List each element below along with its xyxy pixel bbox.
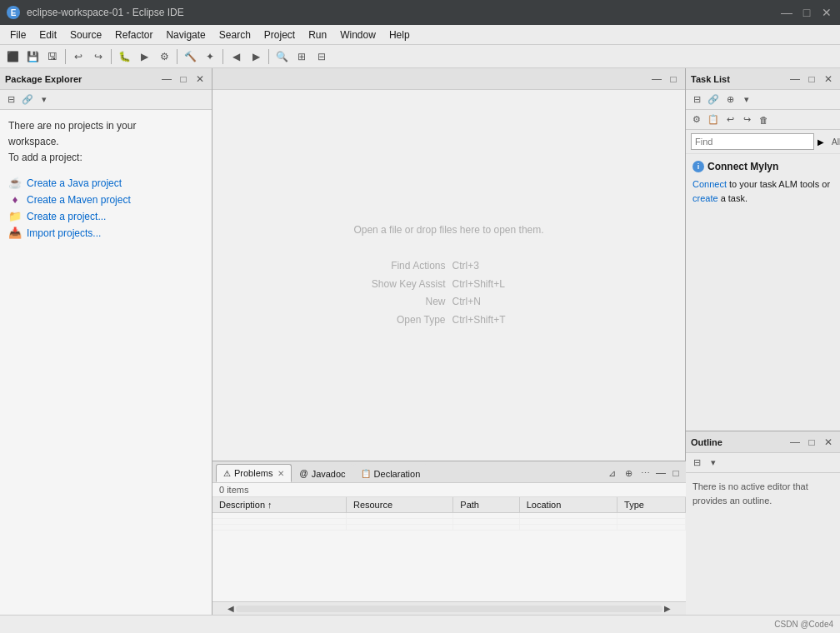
outline-toolbar-btn1[interactable]: ⊟	[689, 456, 704, 471]
hint-show-key-assist: Show Key Assist Ctrl+Shift+L	[332, 276, 566, 294]
outline-minimize[interactable]: —	[788, 436, 802, 449]
toolbar-new-btn[interactable]: ⬛	[3, 47, 22, 66]
problems-data-table: Description ↑ Resource Path Location Typ…	[212, 497, 686, 531]
package-explorer-minimize[interactable]: —	[160, 72, 173, 86]
bottom-tab-bar: ⚠ Problems ✕ @ Javadoc 📋 Declaration ⊿ ⊕…	[212, 461, 686, 483]
task-list-toolbar2: ⚙ 📋 ↩ ↪ 🗑	[686, 110, 840, 130]
toolbar-debug-btn[interactable]: 🐛	[115, 47, 133, 66]
close-button[interactable]: ✕	[820, 6, 833, 19]
filter-btn[interactable]: ⊿	[604, 466, 619, 481]
package-explorer-title: Package Explorer	[5, 74, 157, 84]
tab-declaration[interactable]: 📋 Declaration	[353, 464, 428, 482]
bottom-maximize[interactable]: □	[669, 466, 682, 480]
collapse-all-btn[interactable]: ⊟	[3, 92, 18, 107]
toolbar-undo-btn[interactable]: ↩	[69, 47, 88, 66]
task-list-close[interactable]: ✕	[822, 72, 835, 86]
toolbar-persp-btn[interactable]: ⊞	[292, 47, 311, 66]
create-project-link[interactable]: 📁 Create a project...	[8, 208, 203, 225]
col-path[interactable]: Path	[453, 497, 519, 513]
hint-open-type: Open Type Ctrl+Shift+T	[332, 312, 566, 330]
toolbar-save-btn[interactable]: 💾	[23, 47, 42, 66]
menu-help[interactable]: Help	[382, 27, 417, 42]
expand-all-btn[interactable]: ⊕	[621, 466, 636, 481]
toolbar-next-btn[interactable]: ▶	[247, 47, 265, 66]
menu-run[interactable]: Run	[302, 27, 333, 42]
editor-minimize[interactable]: —	[650, 72, 663, 86]
problems-tab-close[interactable]: ✕	[278, 469, 284, 478]
scrollbar-track[interactable]	[236, 606, 662, 612]
col-description[interactable]: Description ↑	[212, 497, 346, 513]
menu-project[interactable]: Project	[258, 27, 302, 42]
toolbar-prev-btn[interactable]: ◀	[227, 47, 245, 66]
outline-maximize[interactable]: □	[805, 436, 818, 449]
menu-refactor[interactable]: Refactor	[108, 27, 159, 42]
package-explorer-content: There are no projects in your workspace.…	[0, 110, 212, 615]
problems-status: 0 items	[212, 483, 686, 497]
import-projects-label: Import projects...	[27, 227, 101, 239]
outline-close[interactable]: ✕	[822, 436, 835, 449]
problems-rows	[212, 513, 686, 531]
task-toolbar-b2[interactable]: 📋	[706, 112, 721, 127]
toolbar-save-all-btn[interactable]: 🖫	[43, 47, 62, 66]
menu-edit[interactable]: Edit	[32, 27, 63, 42]
toolbar-search-btn[interactable]: 🔍	[272, 47, 291, 66]
toolbar-build-btn[interactable]: 🔨	[181, 47, 199, 66]
maximize-button[interactable]: □	[800, 6, 813, 19]
scroll-right-arrow[interactable]: ▶	[662, 604, 672, 613]
app-icon: E	[7, 6, 20, 19]
scroll-left-arrow[interactable]: ◀	[226, 604, 236, 613]
outline-toolbar-btn2[interactable]: ▾	[706, 456, 721, 471]
task-toolbar-b5[interactable]: 🗑	[756, 112, 771, 127]
menu-search[interactable]: Search	[212, 27, 258, 42]
col-type[interactable]: Type	[618, 497, 686, 513]
problems-table: Description ↑ Resource Path Location Typ…	[212, 497, 686, 601]
tab-problems[interactable]: ⚠ Problems ✕	[216, 464, 292, 482]
editor-maximize[interactable]: □	[667, 72, 680, 86]
task-toolbar-b3[interactable]: ↩	[722, 112, 738, 127]
toolbar-redo-btn[interactable]: ↪	[89, 47, 108, 66]
import-projects-link[interactable]: 📥 Import projects...	[8, 225, 203, 242]
task-toolbar-b1[interactable]: ⚙	[689, 112, 704, 127]
bottom-minimize[interactable]: —	[654, 466, 668, 480]
connect-link[interactable]: Connect	[692, 179, 727, 189]
editor-drop-area[interactable]: Open a file or drop files here to open t…	[212, 90, 685, 461]
minimize-button[interactable]: —	[780, 6, 793, 19]
task-filter-all[interactable]: All	[828, 135, 840, 149]
toolbar-run2-btn[interactable]: ⚙	[155, 47, 173, 66]
horizontal-scrollbar[interactable]: ◀ ▶	[212, 601, 686, 615]
connect-mylyn-section: i Connect Mylyn Connect to your task ALM…	[686, 154, 840, 212]
task-list-minimize[interactable]: —	[788, 72, 802, 86]
view-menu-btn[interactable]: ▾	[37, 92, 52, 107]
col-resource[interactable]: Resource	[346, 497, 452, 513]
create-java-project-link[interactable]: ☕ Create a Java project	[8, 175, 203, 192]
window-title: eclipse-workspace-01 - Eclipse IDE	[27, 7, 773, 18]
tab-javadoc[interactable]: @ Javadoc	[292, 464, 352, 482]
task-toolbar-btn4[interactable]: ▾	[739, 92, 754, 107]
package-explorer-close[interactable]: ✕	[193, 72, 207, 86]
task-find-arrow[interactable]: ▶	[818, 137, 824, 147]
task-toolbar-btn3[interactable]: ⊕	[722, 92, 738, 107]
task-toolbar-btn1[interactable]: ⊟	[689, 92, 704, 107]
task-toolbar-btn2[interactable]: 🔗	[706, 92, 721, 107]
center-column: — □ Open a file or drop files here to op…	[212, 68, 686, 615]
status-bar-text: CSDN @Code4	[774, 620, 833, 629]
menu-source[interactable]: Source	[63, 27, 108, 42]
info-icon: i	[692, 161, 704, 172]
task-list-maximize[interactable]: □	[805, 72, 818, 86]
menu-file[interactable]: File	[3, 27, 32, 42]
toolbar-persp2-btn[interactable]: ⊟	[312, 47, 331, 66]
col-location[interactable]: Location	[519, 497, 617, 513]
connect-mylyn-title: i Connect Mylyn	[692, 161, 833, 172]
menu-window[interactable]: Window	[333, 27, 382, 42]
menu-navigate[interactable]: Navigate	[159, 27, 212, 42]
toolbar-run-btn[interactable]: ▶	[135, 47, 153, 66]
create-maven-project-link[interactable]: ♦ Create a Maven project	[8, 192, 203, 208]
task-toolbar-b4[interactable]: ↪	[739, 112, 754, 127]
bottom-more-btn[interactable]: ⋯	[638, 466, 652, 481]
package-explorer-maximize[interactable]: □	[177, 72, 190, 86]
task-find-input[interactable]	[691, 133, 814, 150]
create-task-link[interactable]: create	[692, 193, 718, 203]
link-editor-btn[interactable]: 🔗	[20, 92, 35, 107]
toolbar-sep-1	[65, 49, 66, 64]
toolbar-clean-btn[interactable]: ✦	[201, 47, 219, 66]
